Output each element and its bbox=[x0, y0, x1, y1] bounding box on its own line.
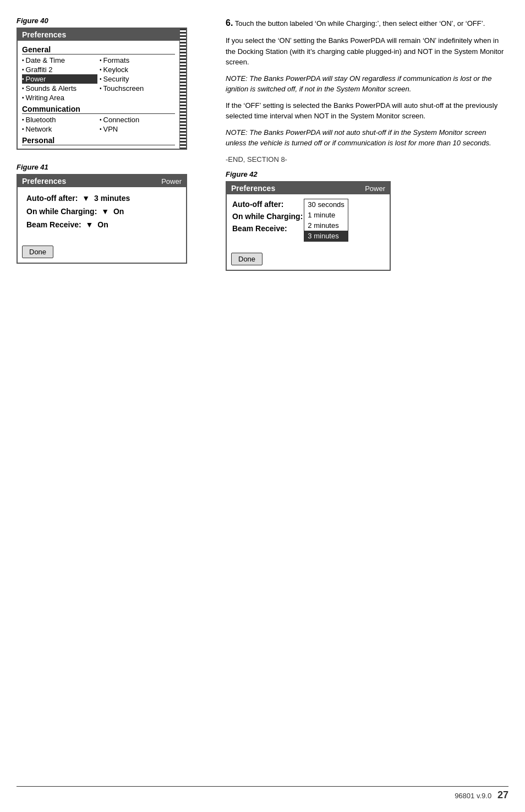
fig42-autooff-row: Auto-off after: bbox=[232, 200, 303, 209]
pref-item-connection[interactable]: • Connection bbox=[100, 115, 175, 124]
dropdown-item-3m[interactable]: 3 minutes bbox=[304, 231, 348, 241]
fig41-beam-row: Beam Receive: ▼ On bbox=[26, 220, 177, 229]
fig41-header-row: Preferences Power bbox=[18, 175, 186, 187]
figure-40-widget: Preferences General • Date & Time • Form… bbox=[17, 28, 187, 150]
fig41-done-button[interactable]: Done bbox=[22, 246, 53, 258]
step-text: Touch the button labeled ‘On while Charg… bbox=[235, 19, 485, 28]
fig41-beam-label: Beam Receive: bbox=[26, 220, 84, 229]
para1-note: NOTE: The Banks PowerPDA will stay ON re… bbox=[226, 73, 508, 95]
fig42-autooff-label: Auto-off after: bbox=[232, 200, 283, 209]
fig42-done-button[interactable]: Done bbox=[231, 253, 262, 265]
footer: 96801 v.9.0 27 bbox=[17, 786, 508, 801]
fig40-header: Preferences bbox=[18, 29, 179, 41]
fig42-beam-row: Beam Receive: bbox=[232, 224, 303, 233]
fig41-charging-row: On while Charging: ▼ On bbox=[26, 207, 177, 216]
figure-42-widget: Preferences Power Auto-off after: On whi… bbox=[226, 181, 391, 271]
pref-item-vpn[interactable]: • VPN bbox=[100, 124, 175, 134]
step-paragraph: 6. Touch the button labeled ‘On while Ch… bbox=[226, 17, 508, 30]
dropdown-item-30s[interactable]: 30 seconds bbox=[304, 199, 348, 210]
pref-item-sounds[interactable]: • Sounds & Alerts bbox=[22, 84, 97, 93]
fig41-section: Power bbox=[161, 177, 182, 186]
para2: If the ‘OFF’ setting is selected the Ban… bbox=[226, 100, 508, 122]
fig41-charging-arrow[interactable]: ▼ bbox=[101, 207, 109, 216]
footer-page: 27 bbox=[497, 789, 508, 800]
figure-41-widget: Preferences Power Auto-off after: ▼ 3 mi… bbox=[17, 174, 187, 264]
end-note: -END, SECTION 8- bbox=[226, 154, 508, 165]
fig42-dropdown[interactable]: 30 seconds 1 minute 2 minutes 3 minutes bbox=[304, 199, 348, 242]
fig41-autooff-label: Auto-off after: bbox=[26, 194, 80, 203]
general-section-title: General bbox=[22, 45, 175, 55]
fig41-charging-value[interactable]: On bbox=[111, 207, 124, 216]
pref-item-network[interactable]: • Network bbox=[22, 124, 97, 134]
fig42-charging-label: On while Charging: bbox=[232, 212, 303, 221]
footer-doc-num: 96801 v.9.0 bbox=[455, 792, 491, 800]
figure-40-label: Figure 40 bbox=[17, 17, 209, 25]
fig41-autooff-value[interactable]: 3 minutes bbox=[92, 194, 130, 203]
pref-item-bluetooth[interactable]: • Bluetooth bbox=[22, 115, 97, 124]
dropdown-item-1m[interactable]: 1 minute bbox=[304, 210, 348, 220]
pref-item-formats[interactable]: • Formats bbox=[100, 56, 175, 65]
pref-item-keylock[interactable]: • Keylock bbox=[100, 65, 175, 74]
para3: NOTE: The Banks PowerPDA will not auto s… bbox=[226, 127, 508, 149]
figure-42-label: Figure 42 bbox=[226, 170, 508, 178]
personal-section-title: Personal bbox=[22, 136, 175, 145]
fig41-autooff-row: Auto-off after: ▼ 3 minutes bbox=[26, 194, 177, 203]
fig41-title: Preferences bbox=[22, 177, 66, 186]
fig42-header-row: Preferences Power bbox=[227, 182, 390, 194]
pref-item-writing[interactable]: • Writing Area bbox=[22, 93, 175, 102]
scrollbar[interactable] bbox=[179, 28, 187, 150]
fig42-beam-label: Beam Receive: bbox=[232, 224, 287, 233]
figure-42-container: Figure 42 Preferences Power Auto-off aft… bbox=[226, 170, 508, 271]
fig41-dropdown-arrow[interactable]: ▼ bbox=[82, 194, 90, 203]
pref-item-datetime[interactable]: • Date & Time bbox=[22, 56, 97, 65]
fig41-charging-label: On while Charging: bbox=[26, 207, 99, 216]
fig41-beam-value[interactable]: On bbox=[95, 220, 108, 229]
fig42-title: Preferences bbox=[231, 184, 275, 193]
step-number: 6. bbox=[226, 18, 233, 28]
para1: If you select the ‘ON’ setting the Banks… bbox=[226, 35, 508, 68]
fig42-section: Power bbox=[365, 184, 385, 193]
left-column: Figure 40 Preferences General • Date & T… bbox=[17, 17, 209, 271]
fig41-beam-arrow[interactable]: ▼ bbox=[86, 220, 94, 229]
right-column: 6. Touch the button labeled ‘On while Ch… bbox=[220, 17, 508, 271]
pref-item-security[interactable]: • Security bbox=[100, 74, 175, 84]
pref-item-touchscreen[interactable]: • Touchscreen bbox=[100, 84, 175, 93]
pref-item-power[interactable]: • Power bbox=[22, 74, 97, 84]
pref-item-graffiti2[interactable]: • Graffiti 2 bbox=[22, 65, 97, 74]
fig42-charging-row: On while Charging: bbox=[232, 212, 303, 221]
dropdown-item-2m[interactable]: 2 minutes bbox=[304, 220, 348, 231]
figure-41-label: Figure 41 bbox=[17, 163, 209, 171]
communication-section-title: Communication bbox=[22, 105, 175, 114]
